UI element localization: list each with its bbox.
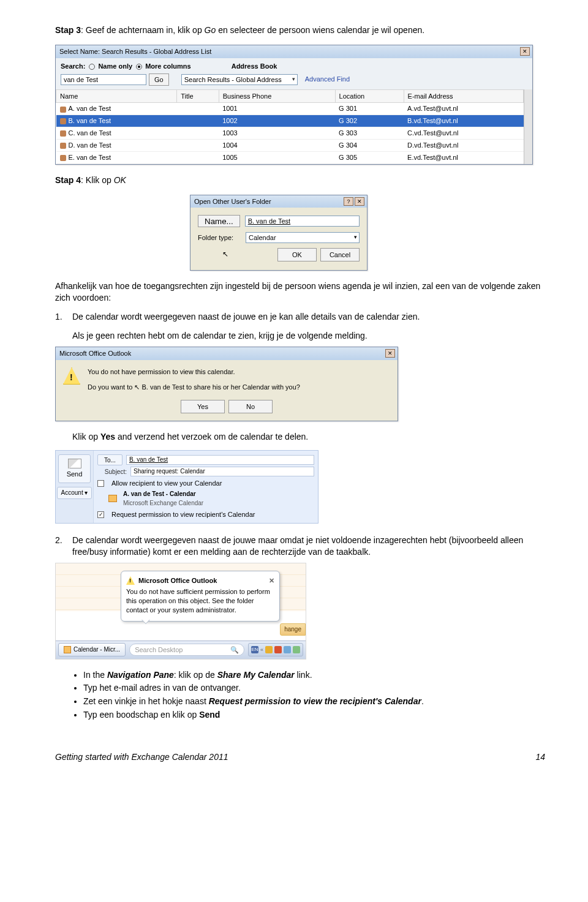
step4-label: Stap 4 <box>55 175 81 185</box>
address-book-dropdown[interactable]: Search Results - Global Address <box>181 74 298 85</box>
folder-type-label: Folder type: <box>198 233 241 242</box>
yes-button[interactable]: Yes <box>181 400 225 413</box>
list-item-1: 1. De calendar wordt weergegeven naast d… <box>55 311 545 342</box>
col-email[interactable]: E-mail Address <box>404 89 524 103</box>
search-icon: 🔍 <box>230 645 239 655</box>
titlebar: Open Other User's Folder ? ✕ <box>190 195 367 208</box>
folder-type-select[interactable]: Calendar <box>246 232 360 243</box>
calendar-owner: A. van de Test - Calendar <box>123 490 196 497</box>
step3-line: Stap 3: Geef de achternaam in, klik op G… <box>55 24 545 36</box>
close-icon[interactable]: ✕ <box>355 197 364 206</box>
footer-title: Getting started with Exchange Calendar 2… <box>55 751 228 763</box>
sharing-request-compose: Send Account ▾ To... B. van de Test Subj… <box>55 450 318 523</box>
table-row[interactable]: D. van de Test1004G 304D.vd.Test@uvt.nl <box>56 139 524 151</box>
bullet-3: Zet een vinkje in het hokje naast Reques… <box>83 696 545 707</box>
exchange-strip: hange <box>280 623 306 636</box>
help-icon[interactable]: ? <box>344 197 353 206</box>
warning-icon <box>63 367 80 385</box>
search-input[interactable]: van de Test <box>61 74 146 85</box>
subject-label: Subject: <box>97 468 127 476</box>
titlebar: Select Name: Search Results - Global Add… <box>56 45 532 58</box>
col-phone[interactable]: Business Phone <box>219 89 335 103</box>
cursor-icon: ↖ <box>222 249 228 263</box>
search-desktop-input[interactable]: Search Desktop 🔍 <box>129 644 244 656</box>
close-icon[interactable]: ✕ <box>269 576 274 585</box>
open-folder-dialog: Open Other User's Folder ? ✕ Name... B. … <box>190 195 368 271</box>
balloon-tooltip: Microsoft Office Outlook ✕ You do not ha… <box>121 571 280 622</box>
name-button[interactable]: Name... <box>198 215 240 227</box>
allow-view-checkbox[interactable] <box>97 480 104 487</box>
taskbar-balloon-screenshot: Microsoft Office Outlook ✕ You do not ha… <box>55 563 306 660</box>
language-icon[interactable]: EN <box>251 646 258 653</box>
bullet-1: In the Navigation Pane: klik op de Share… <box>83 669 545 681</box>
col-location[interactable]: Location <box>335 89 404 103</box>
tray-expand-icon[interactable]: « <box>260 646 263 653</box>
step4-line: Stap 4: Klik op OK <box>55 175 545 186</box>
dialog-title: Select Name: Search Results - Global Add… <box>59 47 211 56</box>
radio-more-columns[interactable] <box>136 64 142 70</box>
balloon-message: You do not have sufficient permission to… <box>126 587 274 615</box>
radio-name-only[interactable] <box>89 64 95 70</box>
scrollbar[interactable] <box>524 89 532 164</box>
list-item-2: 2. De calendar wordt weergegeven naast d… <box>55 535 545 558</box>
person-icon <box>60 107 66 113</box>
person-icon <box>60 143 66 149</box>
subject-field[interactable]: Sharing request: Calendar <box>130 467 314 476</box>
alert-line1: You do not have permission to view this … <box>88 367 300 377</box>
balloon-title: Microsoft Office Outlook <box>138 576 217 585</box>
taskbar-item-calendar[interactable]: Calendar - Micr... <box>58 643 126 656</box>
bullet-4: Typ een boodschap en klik op Send <box>83 709 545 721</box>
no-button[interactable]: No <box>228 400 273 413</box>
person-icon <box>60 155 66 161</box>
klik-yes-line: Klik op Yes and verzend het verzoek om d… <box>72 431 545 443</box>
calendar-icon <box>64 646 71 653</box>
results-table: Name Title Business Phone Location E-mai… <box>56 89 524 164</box>
tray-icon[interactable] <box>293 646 300 653</box>
ok-button[interactable]: OK <box>277 248 317 261</box>
close-icon[interactable]: ✕ <box>520 47 530 56</box>
name-field[interactable]: B. van de Test <box>245 216 360 227</box>
table-row[interactable]: C. van de Test1003G 303C.vd.Test@uvt.nl <box>56 127 524 140</box>
cancel-button[interactable]: Cancel <box>320 248 360 261</box>
address-book-label: Address Book <box>232 62 277 71</box>
advanced-find-link[interactable]: Advanced Find <box>305 75 350 84</box>
close-icon[interactable]: ✕ <box>385 349 395 358</box>
person-icon <box>60 130 66 137</box>
envelope-icon <box>68 459 81 468</box>
tray-icon[interactable] <box>284 646 291 653</box>
request-permission-checkbox[interactable]: ✓ <box>97 511 104 518</box>
to-field[interactable]: B. van de Test <box>126 455 314 465</box>
col-name[interactable]: Name <box>56 89 177 103</box>
tray-icon[interactable] <box>265 646 273 653</box>
to-button[interactable]: To... <box>97 454 123 465</box>
tray-icon[interactable] <box>274 646 282 653</box>
person-icon <box>60 118 66 124</box>
dialog-title: Open Other User's Folder <box>194 197 271 206</box>
search-label: Search: <box>61 62 85 71</box>
warning-icon <box>126 576 135 585</box>
system-tray: EN « <box>248 643 303 656</box>
send-button[interactable]: Send <box>58 454 91 483</box>
alert-line2: Do you want to ↖ B. van de Test to share… <box>88 383 300 392</box>
bullet-2: Typ het e-mail adres in van de ontvanger… <box>83 682 545 694</box>
ok-word: OK <box>114 175 126 185</box>
col-title[interactable]: Title <box>177 89 219 103</box>
calendar-type: Microsoft Exchange Calendar <box>123 500 203 506</box>
chevron-down-icon: ▾ <box>85 489 88 496</box>
account-button[interactable]: Account ▾ <box>57 487 92 499</box>
go-button[interactable]: Go <box>149 73 169 86</box>
paragraph-afhankelijk: Afhankelijk van hoe de toegangsrechten z… <box>55 280 545 304</box>
go-word: Go <box>205 25 216 35</box>
step3-label: Stap 3 <box>55 25 81 35</box>
select-name-dialog: Select Name: Search Results - Global Add… <box>55 45 533 165</box>
taskbar: Calendar - Micr... Search Desktop 🔍 EN « <box>56 641 306 659</box>
calendar-icon <box>108 495 117 502</box>
dialog-title: Microsoft Office Outlook <box>59 349 131 358</box>
table-row[interactable]: E. van de Test1005G 305E.vd.Test@uvt.nl <box>56 151 524 163</box>
table-row[interactable]: A. van de Test1001G 301A.vd.Test@uvt.nl <box>56 103 524 115</box>
outlook-alert-dialog: Microsoft Office Outlook ✕ You do not ha… <box>55 347 398 422</box>
instruction-bullets: In the Navigation Pane: klik op de Share… <box>55 669 545 721</box>
page-number: 14 <box>535 751 545 763</box>
page-footer: Getting started with Exchange Calendar 2… <box>55 751 545 763</box>
table-row[interactable]: B. van de Test1002G 302B.vd.Test@uvt.nl <box>56 115 524 127</box>
